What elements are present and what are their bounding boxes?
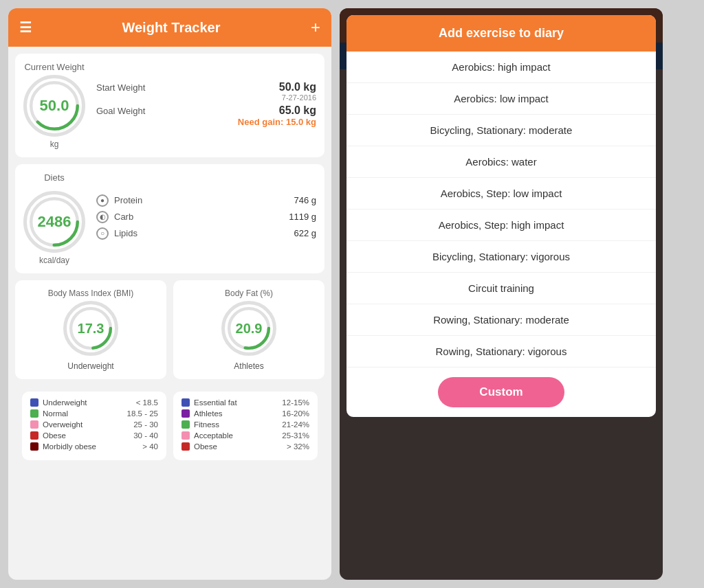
- protein-value: 746 g: [294, 195, 316, 205]
- bmi-status: Underweight: [67, 361, 113, 371]
- athletes-dot: [182, 409, 190, 418]
- exercise-item-8[interactable]: Rowing, Stationary: moderate: [346, 304, 656, 336]
- acceptable-range: 25-31%: [282, 431, 309, 440]
- fat-legend: Essential fat 12-15% Athletes 16-20% Fit…: [173, 392, 318, 460]
- acceptable-label: Acceptable: [194, 431, 233, 440]
- weight-info: Start Weight 50.0 kg 7-27-2016 Goal Weig…: [96, 81, 316, 130]
- start-weight-label: Start Weight: [96, 82, 145, 93]
- protein-label: Protein: [114, 195, 294, 205]
- app-title: Weight Tracker: [122, 20, 220, 36]
- carb-label: Carb: [114, 212, 289, 222]
- legend-section: Underweight < 18.5 Normal 18.5 - 25 Over…: [15, 386, 324, 466]
- goal-weight-value: 65.0 kg: [238, 104, 316, 117]
- current-weight-label: Current Weight: [24, 62, 84, 72]
- overweight-dot: [30, 420, 38, 429]
- menu-icon[interactable]: ☰: [19, 19, 32, 36]
- lipids-row: ○ Lipids 622 g: [96, 227, 316, 240]
- morbidly-obese-range: > 40: [142, 442, 158, 451]
- normal-dot: [30, 409, 38, 418]
- exercise-modal: Add exercise to diary Aerobics: high imp…: [346, 15, 656, 417]
- athletes-label: Athletes: [194, 409, 223, 418]
- modal-header: Add exercise to diary: [346, 15, 656, 52]
- underweight-label: Underweight: [43, 398, 87, 407]
- fitness-label: Fitness: [194, 420, 219, 429]
- goal-weight-label: Goal Weight: [96, 106, 145, 116]
- app-header: ☰ Weight Tracker +: [8, 8, 331, 47]
- exercise-item-5[interactable]: Aerobics, Step: high impact: [346, 210, 656, 241]
- morbidly-obese-label: Morbidly obese: [43, 442, 96, 451]
- body-fat-circle: 20.9: [221, 301, 276, 356]
- exercise-list: Aerobics: high impact Aerobics: low impa…: [346, 52, 656, 368]
- bmi-legend: Underweight < 18.5 Normal 18.5 - 25 Over…: [22, 392, 166, 460]
- overweight-label: Overweight: [43, 420, 82, 429]
- carb-row: ◐ Carb 1119 g: [96, 211, 316, 223]
- obese-label: Obese: [43, 431, 66, 440]
- bmi-title: Body Mass Index (BMI): [48, 289, 134, 298]
- start-weight-row: Start Weight 50.0 kg 7-27-2016: [96, 81, 316, 102]
- metrics-row: Body Mass Index (BMI) 17.3 Underweight B…: [15, 280, 324, 379]
- exercise-item-6[interactable]: Bicycling, Stationary: vigorous: [346, 241, 656, 273]
- custom-button[interactable]: Custom: [438, 377, 564, 407]
- body-fat-card: Body Fat (%) 20.9 Athletes: [173, 280, 324, 379]
- start-weight-value: 50.0 kg: [279, 81, 316, 93]
- body-fat-status: Athletes: [234, 361, 263, 371]
- lipids-icon: ○: [96, 227, 109, 240]
- legend-normal: Normal 18.5 - 25: [30, 409, 158, 418]
- exercise-item-4[interactable]: Aerobics, Step: low impact: [346, 178, 656, 210]
- legend-acceptable: Acceptable 25-31%: [182, 431, 309, 440]
- bmi-card: Body Mass Index (BMI) 17.3 Underweight: [15, 280, 166, 379]
- legend-athletes: Athletes 16-20%: [182, 409, 309, 418]
- fitness-dot: [182, 420, 190, 429]
- need-gain-text: Need gain: 15.0 kg: [238, 117, 316, 127]
- carb-icon: ◐: [96, 211, 109, 223]
- obese-fat-range: > 32%: [287, 442, 309, 451]
- underweight-dot: [30, 398, 38, 407]
- start-weight-date: 7-27-2016: [279, 93, 316, 102]
- body-fat-title: Body Fat (%): [225, 289, 273, 298]
- diets-circle: 2486: [23, 191, 85, 253]
- lipids-value: 622 g: [294, 228, 316, 238]
- kcal-unit: kcal/day: [39, 256, 69, 265]
- exercise-item-1[interactable]: Aerobics: low impact: [346, 83, 656, 115]
- carb-value: 1119 g: [289, 212, 316, 222]
- diets-items: ● Protein 746 g ◐ Carb 1119 g ○ Lipids 6…: [96, 194, 316, 244]
- normal-label: Normal: [43, 409, 68, 418]
- legend-obese-fat: Obese > 32%: [182, 442, 309, 451]
- add-button[interactable]: +: [311, 18, 320, 37]
- legend-overweight: Overweight 25 - 30: [30, 420, 158, 429]
- athletes-range: 16-20%: [282, 409, 309, 418]
- legend-obese: Obese 30 - 40: [30, 431, 158, 440]
- weight-unit: kg: [50, 139, 59, 149]
- diets-card: Diets 2486 kcal/day ● Protein 746 g: [15, 164, 324, 273]
- legend-morbidly-obese: Morbidly obese > 40: [30, 442, 158, 451]
- diets-gauge-section: Diets 2486 kcal/day: [23, 172, 85, 265]
- goal-weight-row: Goal Weight 65.0 kg Need gain: 15.0 kg: [96, 104, 316, 127]
- legend-fitness: Fitness 21-24%: [182, 420, 309, 429]
- normal-range: 18.5 - 25: [127, 409, 158, 418]
- exercise-item-3[interactable]: Aerobics: water: [346, 146, 656, 178]
- modal-overlay[interactable]: Add exercise to diary Aerobics: high imp…: [340, 8, 663, 580]
- obese-fat-dot: [182, 442, 190, 451]
- exercise-item-0[interactable]: Aerobics: high impact: [346, 52, 656, 83]
- obese-dot: [30, 431, 38, 440]
- left-panel: ☰ Weight Tracker + Current Weight 50.0 k…: [8, 8, 331, 580]
- weight-gauge-section: Current Weight 50.0 kg: [23, 62, 85, 149]
- essential-fat-dot: [182, 398, 190, 407]
- overweight-range: 25 - 30: [133, 420, 158, 429]
- underweight-range: < 18.5: [136, 398, 158, 407]
- essential-fat-range: 12-15%: [282, 398, 309, 407]
- legend-underweight: Underweight < 18.5: [30, 398, 158, 407]
- protein-row: ● Protein 746 g: [96, 194, 316, 207]
- obese-range: 30 - 40: [133, 431, 158, 440]
- exercise-item-9[interactable]: Rowing, Stationary: vigorous: [346, 336, 656, 368]
- exercise-item-2[interactable]: Bicycling, Stationary: moderate: [346, 115, 656, 146]
- diets-label: Diets: [44, 172, 65, 183]
- morbidly-obese-dot: [30, 442, 38, 451]
- lipids-label: Lipids: [114, 228, 294, 238]
- cards-container: Current Weight 50.0 kg Start Weight 50.0…: [8, 47, 331, 580]
- bmi-circle: 17.3: [63, 301, 118, 356]
- protein-icon: ●: [96, 194, 109, 207]
- exercise-item-7[interactable]: Circuit training: [346, 273, 656, 304]
- obese-fat-label: Obese: [194, 442, 217, 451]
- essential-fat-label: Essential fat: [194, 398, 237, 407]
